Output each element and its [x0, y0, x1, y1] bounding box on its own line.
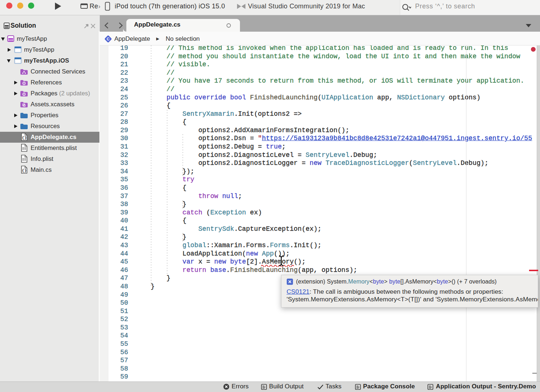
svg-text:C: C [107, 37, 110, 41]
svg-text:{}: {} [22, 136, 27, 140]
svg-text:{}: {} [22, 169, 27, 173]
